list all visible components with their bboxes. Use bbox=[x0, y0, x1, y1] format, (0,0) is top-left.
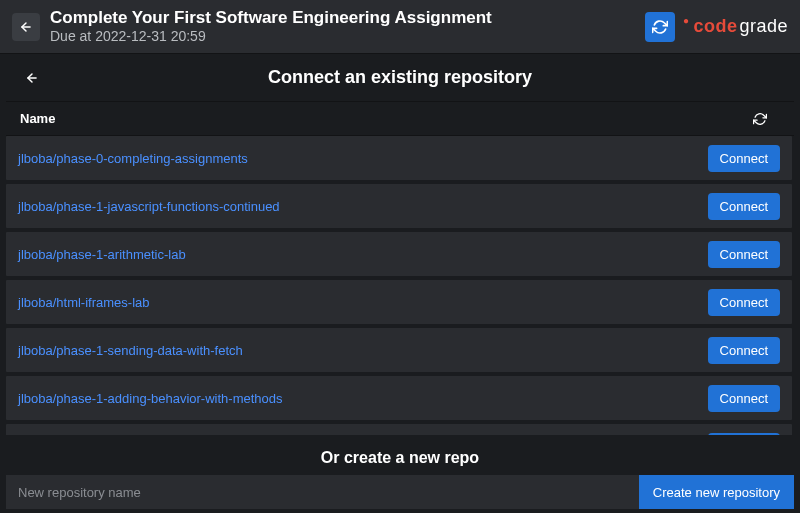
connect-button[interactable]: Connect bbox=[708, 337, 780, 364]
refresh-icon bbox=[753, 112, 767, 126]
repo-link[interactable]: jlboba/phase-1-javascript-functions-cont… bbox=[18, 199, 708, 214]
repo-link[interactable]: jlboba/phase-0-completing-assignments bbox=[18, 151, 708, 166]
refresh-icon bbox=[652, 19, 668, 35]
column-name: Name bbox=[20, 111, 750, 126]
repo-link[interactable]: jlboba/phase-1-adding-behavior-with-meth… bbox=[18, 391, 708, 406]
create-heading: Or create a new repo bbox=[6, 439, 794, 475]
connect-button[interactable]: Connect bbox=[708, 385, 780, 412]
section-header: Connect an existing repository bbox=[6, 54, 794, 102]
back-button[interactable] bbox=[12, 13, 40, 41]
section-back-button[interactable] bbox=[18, 64, 46, 92]
table-row: jlboba/phase-1-adding-behavior-with-meth… bbox=[6, 376, 792, 420]
section-heading: Connect an existing repository bbox=[268, 67, 532, 88]
brand-logo: ●codegrade bbox=[685, 16, 788, 37]
content: Connect an existing repository Name jlbo… bbox=[0, 54, 800, 513]
create-row: Create new repository bbox=[6, 475, 794, 509]
connect-button[interactable]: Connect bbox=[708, 193, 780, 220]
title-block: Complete Your First Software Engineering… bbox=[50, 7, 635, 46]
connect-button[interactable]: Connect bbox=[708, 145, 780, 172]
repo-link[interactable]: jlboba/phase-1-sending-data-with-fetch bbox=[18, 343, 708, 358]
repo-link[interactable]: jlboba/html-iframes-lab bbox=[18, 295, 708, 310]
table-row: jlboba/phase-0-completing-assignmentsCon… bbox=[6, 136, 792, 180]
table-row: jlboba/phase-1-sending-data-with-fetchCo… bbox=[6, 328, 792, 372]
new-repo-input[interactable] bbox=[6, 475, 639, 509]
topbar: Complete Your First Software Engineering… bbox=[0, 0, 800, 54]
refresh-list-button[interactable] bbox=[750, 109, 770, 129]
create-repo-button[interactable]: Create new repository bbox=[639, 475, 794, 509]
footer: Or create a new repo Create new reposito… bbox=[6, 435, 794, 513]
connect-button[interactable]: Connect bbox=[708, 241, 780, 268]
table-row: jlboba/phase-1-arithmetic-labConnect bbox=[6, 232, 792, 276]
refresh-button[interactable] bbox=[645, 12, 675, 42]
repo-list[interactable]: jlboba/phase-0-completing-assignmentsCon… bbox=[6, 136, 794, 440]
table-row: jlboba/phase-1-javascript-functions-cont… bbox=[6, 184, 792, 228]
arrow-left-icon bbox=[19, 20, 33, 34]
table-row: jlboba/html-iframes-labConnect bbox=[6, 280, 792, 324]
page-title: Complete Your First Software Engineering… bbox=[50, 7, 635, 28]
due-date: Due at 2022-12-31 20:59 bbox=[50, 28, 635, 46]
repo-link[interactable]: jlboba/phase-1-arithmetic-lab bbox=[18, 247, 708, 262]
connect-button[interactable]: Connect bbox=[708, 289, 780, 316]
table-header: Name bbox=[6, 102, 794, 136]
arrow-left-icon bbox=[25, 71, 39, 85]
